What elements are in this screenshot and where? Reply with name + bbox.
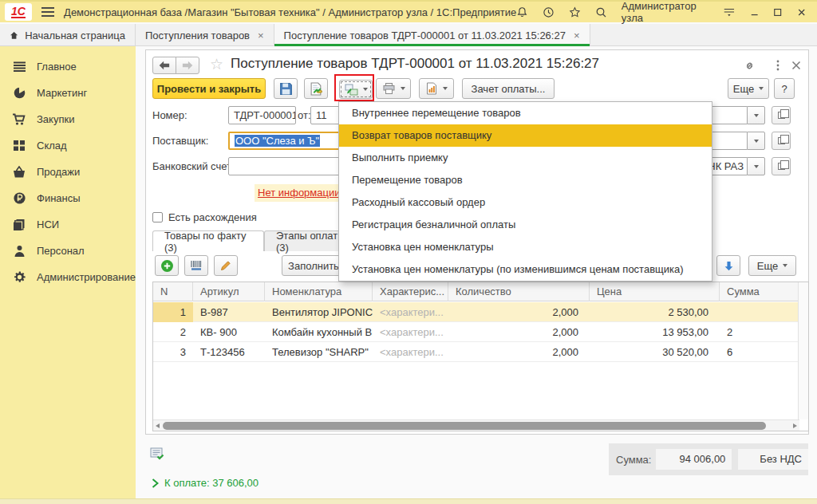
- col-sum[interactable]: Сумма: [720, 282, 799, 301]
- sidebar-item-sales[interactable]: Продажи: [0, 159, 136, 185]
- close-window-icon[interactable]: [797, 7, 806, 18]
- get-link-icon[interactable]: [743, 59, 756, 73]
- tab-goods-by-fact[interactable]: Товары по факту (3): [152, 230, 264, 251]
- sidebar-item-main[interactable]: Главное: [0, 53, 136, 80]
- sidebar-item-purchases[interactable]: Закупки: [0, 106, 136, 132]
- vertical-scrollbar[interactable]: [798, 282, 808, 419]
- 1c-logo-icon[interactable]: 1С: [5, 3, 32, 21]
- help-button[interactable]: ?: [774, 78, 795, 99]
- service-menu-icon[interactable]: [723, 6, 736, 18]
- scroll-right-icon[interactable]: [793, 423, 797, 428]
- reports-button[interactable]: [419, 78, 454, 99]
- minimize-window-icon[interactable]: [750, 7, 759, 18]
- open-windows-tabbar: Начальная страница Поступления товаров ×…: [0, 24, 817, 46]
- nav-back-button[interactable]: [152, 57, 176, 74]
- warehouse-grid-icon: [11, 139, 27, 153]
- tab-goods-receipts-list[interactable]: Поступления товаров ×: [136, 24, 274, 46]
- col-n[interactable]: N: [153, 282, 193, 301]
- selected-text: ООО "Слеза и Ъ": [235, 135, 320, 147]
- menu-item-goods-transfer[interactable]: Перемещение товаров: [339, 169, 712, 191]
- open-button[interactable]: [772, 132, 791, 150]
- sidebar-item-finance[interactable]: Финансы: [0, 185, 136, 211]
- nav-forward-button[interactable]: [176, 57, 199, 74]
- payment-due-link[interactable]: К оплате: 37 606,00: [152, 477, 259, 489]
- table-row[interactable]: 1 В-987 Вентилятор JIPONIC (... <характе…: [153, 302, 799, 322]
- maximize-window-icon[interactable]: [773, 7, 782, 18]
- sidebar-item-warehouse[interactable]: Склад: [0, 132, 136, 159]
- table-header: N Артикул Номенклатура Характерис... Кол…: [153, 282, 799, 301]
- close-tab-icon[interactable]: ×: [258, 30, 264, 41]
- col-article[interactable]: Артикул: [193, 282, 265, 301]
- menu-item-cash-expense-order[interactable]: Расходный кассовый ордер: [339, 191, 712, 214]
- edit-row-button[interactable]: [214, 255, 238, 276]
- history-icon[interactable]: [543, 6, 555, 19]
- table-row[interactable]: 3 Т-123456 Телевизор "SHARP" <характери.…: [153, 342, 799, 362]
- add-row-button[interactable]: [155, 255, 179, 276]
- discrepancies-checkbox[interactable]: [152, 212, 163, 222]
- document-title: Поступление товаров ТДРТ-000001 от 11.03…: [231, 56, 599, 72]
- table-more-button[interactable]: Еще: [748, 255, 796, 276]
- titlebar: 1С Демонстрационная база /Магазин "Бытов…: [0, 0, 817, 22]
- note-icon[interactable]: [150, 447, 165, 461]
- col-characteristic[interactable]: Характерис...: [373, 282, 448, 301]
- more-button[interactable]: Еще: [728, 78, 769, 99]
- books-icon: [11, 218, 27, 232]
- table-row[interactable]: 2 КВ- 900 Комбайн кухонный BI... <характ…: [153, 322, 799, 342]
- chevron-right-icon: [152, 478, 159, 488]
- close-form-icon[interactable]: [791, 60, 802, 71]
- dropdown-button[interactable]: [747, 106, 765, 124]
- col-nomenclature[interactable]: Номенклатура: [265, 282, 373, 301]
- sidebar-item-personnel[interactable]: Персонал: [0, 238, 136, 264]
- favorite-star-icon[interactable]: ☆: [210, 57, 223, 72]
- ruble-circle-icon: [11, 191, 27, 206]
- col-price[interactable]: Цена: [590, 282, 720, 301]
- open-button[interactable]: [772, 157, 791, 175]
- scroll-left-icon[interactable]: [156, 423, 160, 428]
- dropdown-button[interactable]: [747, 157, 765, 175]
- menu-lines-icon: [11, 60, 27, 74]
- col-quantity[interactable]: Количество: [448, 282, 590, 301]
- document-chart-icon: [425, 82, 438, 95]
- menu-item-set-item-prices[interactable]: Установка цен номенклатуры: [339, 236, 712, 258]
- search-icon[interactable]: [595, 6, 607, 19]
- barcode-scan-button[interactable]: [184, 255, 208, 276]
- arrow-right-icon: [182, 61, 193, 70]
- tab-goods-receipt-document[interactable]: Поступление товаров ТДРТ-000001 от 11.03…: [274, 24, 590, 46]
- notifications-icon[interactable]: [516, 6, 528, 19]
- menu-item-return-to-supplier[interactable]: Возврат товаров поставщику: [339, 124, 712, 147]
- dropdown-button[interactable]: [747, 132, 765, 150]
- post-document-button[interactable]: [304, 78, 328, 99]
- pencil-icon: [219, 259, 232, 272]
- payment-offset-button[interactable]: Зачет оплаты...: [462, 78, 555, 99]
- save-button[interactable]: [274, 78, 298, 99]
- blue-down-arrow-icon: [723, 260, 735, 272]
- move-down-button[interactable]: [716, 255, 740, 276]
- basket-icon: [11, 165, 27, 179]
- supplier-label: Поставщик:: [152, 132, 208, 150]
- create-based-on-button[interactable]: [339, 80, 373, 99]
- menu-item-perform-acceptance[interactable]: Выполнить приемку: [339, 147, 712, 169]
- post-and-close-button[interactable]: Провести и закрыть: [152, 78, 266, 99]
- print-button[interactable]: [376, 78, 411, 99]
- sidebar-item-nsi[interactable]: НСИ: [0, 211, 136, 238]
- main-menu-icon[interactable]: [41, 7, 54, 17]
- sidebar-item-administration[interactable]: Администрирование: [0, 264, 136, 290]
- horizontal-scrollbar[interactable]: [153, 419, 799, 431]
- post-document-icon: [310, 82, 323, 96]
- number-field[interactable]: ТДРТ-000001: [228, 106, 296, 124]
- date-label: от:: [298, 106, 311, 124]
- close-tab-icon[interactable]: ×: [574, 30, 580, 41]
- tab-home[interactable]: Начальная страница: [0, 24, 136, 46]
- menu-item-internal-transfer[interactable]: Внутреннее перемещение товаров: [339, 102, 712, 124]
- menu-item-cashless-payment-registration[interactable]: Регистрация безналичной оплаты: [339, 214, 712, 236]
- current-user[interactable]: Администратор узла: [622, 0, 708, 24]
- kebab-menu-icon[interactable]: [772, 59, 784, 72]
- menu-item-set-item-prices-by-changed[interactable]: Установка цен номенклатуры (по изменивши…: [339, 258, 712, 281]
- open-button[interactable]: [772, 106, 791, 124]
- sidebar-item-marketing[interactable]: Маркетинг: [0, 80, 136, 106]
- favorites-icon[interactable]: [569, 6, 581, 19]
- scrollbar-thumb[interactable]: [163, 422, 766, 430]
- no-info-link[interactable]: Нет информации о кон: [258, 187, 339, 199]
- open-icon: [778, 163, 785, 170]
- discrepancies-label[interactable]: Есть расхождения: [168, 208, 257, 226]
